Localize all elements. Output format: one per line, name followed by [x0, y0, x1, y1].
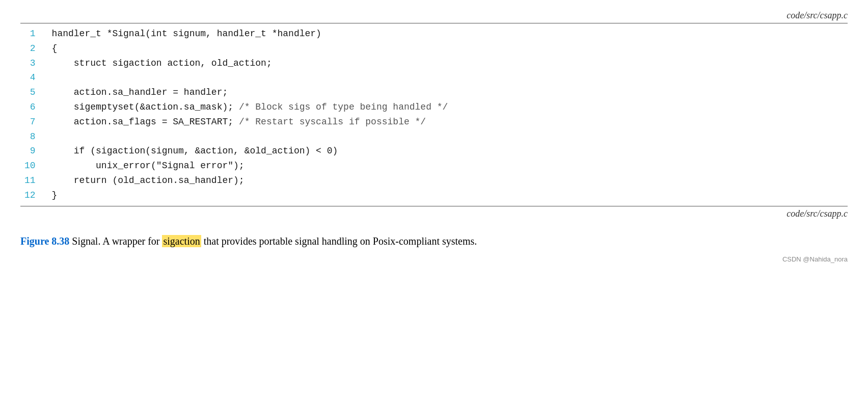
caption-text-after: that provides portable signal handling o…	[201, 235, 477, 247]
line-number: 2	[20, 41, 50, 56]
line-code: }	[50, 188, 848, 203]
caption-area: Figure 8.38 Signal. A wrapper for sigact…	[20, 233, 848, 249]
table-row: 10 unix_error("Signal error");	[20, 159, 848, 173]
line-code: if (sigaction(signum, &action, &old_acti…	[50, 144, 848, 159]
line-code: sigemptyset(&action.sa_mask); /* Block s…	[50, 100, 848, 115]
line-code: action.sa_handler = handler;	[50, 85, 848, 100]
file-label-bottom: code/src/csapp.c	[20, 208, 848, 219]
line-code	[50, 70, 848, 85]
top-rule	[20, 23, 848, 23]
line-number: 8	[20, 129, 50, 144]
line-code: unix_error("Signal error");	[50, 159, 848, 173]
code-block: code/src/csapp.c 1handler_t *Signal(int …	[20, 10, 848, 219]
line-number: 3	[20, 56, 50, 71]
line-code: {	[50, 41, 848, 56]
table-row: 5 action.sa_handler = handler;	[20, 85, 848, 100]
caption-text-before: Signal. A wrapper for	[72, 235, 162, 247]
bottom-rule	[20, 206, 848, 206]
line-code: action.sa_flags = SA_RESTART; /* Restart…	[50, 115, 848, 129]
line-number: 10	[20, 159, 50, 173]
caption-label: Figure 8.38	[20, 235, 69, 247]
table-row: 2{	[20, 41, 848, 56]
table-row: 1handler_t *Signal(int signum, handler_t…	[20, 27, 848, 41]
file-label-top: code/src/csapp.c	[20, 10, 848, 21]
caption-highlight: sigaction	[162, 235, 201, 247]
line-number: 6	[20, 100, 50, 115]
line-code	[50, 129, 848, 144]
line-code: return (old_action.sa_handler);	[50, 173, 848, 188]
table-row: 4	[20, 70, 848, 85]
table-row: 11 return (old_action.sa_handler);	[20, 173, 848, 188]
line-number: 11	[20, 173, 50, 188]
line-number: 7	[20, 115, 50, 129]
table-row: 6 sigemptyset(&action.sa_mask); /* Block…	[20, 100, 848, 115]
line-code: struct sigaction action, old_action;	[50, 56, 848, 71]
line-code: handler_t *Signal(int signum, handler_t …	[50, 27, 848, 41]
table-row: 3 struct sigaction action, old_action;	[20, 56, 848, 71]
table-row: 12}	[20, 188, 848, 203]
table-row: 8	[20, 129, 848, 144]
line-number: 5	[20, 85, 50, 100]
line-number: 1	[20, 27, 50, 41]
code-table: 1handler_t *Signal(int signum, handler_t…	[20, 27, 848, 203]
line-number: 4	[20, 70, 50, 85]
line-number: 9	[20, 144, 50, 159]
table-row: 9 if (sigaction(signum, &action, &old_ac…	[20, 144, 848, 159]
table-row: 7 action.sa_flags = SA_RESTART; /* Resta…	[20, 115, 848, 129]
watermark: CSDN @Nahida_nora	[20, 255, 848, 263]
line-number: 12	[20, 188, 50, 203]
